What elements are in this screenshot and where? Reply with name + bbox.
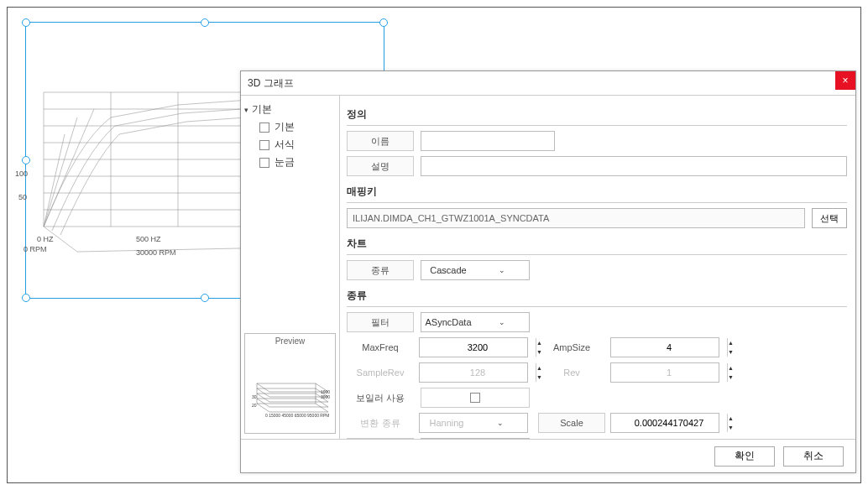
resize-handle-bl[interactable] xyxy=(22,294,30,302)
section-definition: 정의 xyxy=(347,104,847,126)
x-tick-0hz: 0 HZ xyxy=(37,235,54,243)
y-tick-100: 100 xyxy=(15,169,28,178)
label-ampsize: AmpSize xyxy=(538,337,605,357)
spinner-samplerev: ▲▼ xyxy=(419,362,528,383)
combo-chart-type-value: Cascade xyxy=(421,265,475,275)
tree-root-item[interactable]: ▾ 기본 xyxy=(244,101,336,118)
dialog-titlebar: 3D 그래프 × xyxy=(241,71,855,95)
input-samplerev xyxy=(420,368,536,378)
close-button[interactable]: × xyxy=(835,71,855,90)
input-name[interactable] xyxy=(421,131,555,151)
preview-title: Preview xyxy=(245,334,335,348)
spinner-scale[interactable]: ▲▼ xyxy=(610,413,719,433)
label-scale: Scale xyxy=(538,413,605,433)
combo-filter-value: ASyncData xyxy=(421,317,475,327)
input-maxfreq[interactable] xyxy=(420,342,536,352)
spin-down-icon[interactable]: ▼ xyxy=(728,423,734,432)
tree-root-label: 기본 xyxy=(252,102,272,117)
svg-text:0 15000 45000 65000 95000 RPM: 0 15000 45000 65000 95000 RPM xyxy=(265,413,329,418)
dialog-3d-graph: 3D 그래프 × ▾ 기본 기본 서식 xyxy=(240,70,856,473)
ok-button[interactable]: 확인 xyxy=(714,446,775,467)
x-tick-30000rpm: 30000 RPM xyxy=(136,248,176,257)
checkbox-icon[interactable] xyxy=(470,393,480,403)
input-ampsize[interactable] xyxy=(611,342,727,352)
section-chart: 차트 xyxy=(347,233,847,255)
svg-line-16 xyxy=(44,134,65,227)
cancel-button[interactable]: 취소 xyxy=(783,446,844,467)
preview-box: Preview 20 30 xyxy=(244,333,336,434)
x-tick-500hz: 500 HZ xyxy=(136,235,161,243)
section-kind: 종류 xyxy=(347,285,847,307)
section-mapping: 매핑키 xyxy=(347,181,847,203)
svg-line-18 xyxy=(44,109,94,227)
resize-handle-tm[interactable] xyxy=(201,18,209,27)
svg-text:30: 30 xyxy=(252,394,257,399)
spin-up-icon[interactable]: ▲ xyxy=(728,338,734,347)
checkbox-icon[interactable] xyxy=(259,140,269,150)
spinner-rev: ▲▼ xyxy=(610,362,719,383)
input-mapping-key[interactable] xyxy=(347,208,805,228)
combo-chart-type[interactable]: Cascade ⌄ xyxy=(421,260,530,280)
spin-up-icon[interactable]: ▲ xyxy=(728,414,734,423)
label-samplerev: SampleRev xyxy=(347,362,414,383)
label-name: 이름 xyxy=(347,131,414,151)
svg-text:20: 20 xyxy=(252,403,257,408)
label-maxfreq: MaxFreq xyxy=(347,337,414,357)
spinner-maxfreq[interactable]: ▲▼ xyxy=(419,337,528,357)
caret-down-icon: ▾ xyxy=(244,106,248,114)
combo-filter[interactable]: ASyncData ⌄ xyxy=(421,312,530,332)
combo-transform: Hanning ⌄ xyxy=(419,413,528,433)
input-scale[interactable] xyxy=(611,418,727,428)
label-boiler: 보일러 사용 xyxy=(347,388,414,408)
y-tick-50: 50 xyxy=(18,193,27,201)
resize-handle-bm[interactable] xyxy=(201,294,209,302)
tree-item-label: 눈금 xyxy=(275,155,295,169)
label-filter: 필터 xyxy=(347,312,414,332)
label-transform: 변환 종류 xyxy=(347,413,414,433)
resize-handle-tl[interactable] xyxy=(22,18,30,27)
combo-display[interactable]: HZ ⌄ xyxy=(421,438,530,439)
tree-item-basic[interactable]: 기본 xyxy=(244,118,336,136)
chevron-down-icon: ⌄ xyxy=(473,419,527,427)
dialog-title: 3D 그래프 xyxy=(248,76,294,91)
label-display: 표시 xyxy=(347,438,414,439)
checkbox-icon[interactable] xyxy=(259,122,269,133)
x-tick-0rpm: 0 RPM xyxy=(24,245,47,253)
checkbox-boiler[interactable] xyxy=(421,388,530,408)
spin-down-icon: ▼ xyxy=(728,373,734,382)
tree-panel: ▾ 기본 기본 서식 눈금 Preview xyxy=(241,96,340,439)
preview-body: 20 30 1000 3000 0 15000 45000 65000 9500… xyxy=(245,348,335,433)
combo-transform-value: Hanning xyxy=(420,418,473,428)
svg-line-17 xyxy=(44,117,77,227)
tree-item-format[interactable]: 서식 xyxy=(244,136,336,154)
label-chart-type: 종류 xyxy=(347,260,414,280)
spin-down-icon[interactable]: ▼ xyxy=(728,347,734,357)
label-rev: Rev xyxy=(538,362,605,383)
input-rev xyxy=(611,368,727,378)
chevron-down-icon: ⌄ xyxy=(475,318,529,326)
label-desc: 설명 xyxy=(347,156,414,176)
resize-handle-tr[interactable] xyxy=(379,18,388,27)
spin-up-icon: ▲ xyxy=(728,363,734,373)
input-desc[interactable] xyxy=(421,156,847,176)
spinner-ampsize[interactable]: ▲▼ xyxy=(610,337,719,357)
form-panel[interactable]: 정의 이름 설명 매핑키 선택 차트 종류 Cascade ⌄ xyxy=(340,96,855,439)
tree-item-grid[interactable]: 눈금 xyxy=(244,154,336,171)
chevron-down-icon: ⌄ xyxy=(475,266,529,274)
svg-text:3000: 3000 xyxy=(321,394,330,399)
tree-item-label: 서식 xyxy=(275,138,295,152)
tree-item-label: 기본 xyxy=(275,120,295,134)
close-icon: × xyxy=(842,75,848,86)
dialog-footer: 확인 취소 xyxy=(241,439,855,472)
button-select-mapping[interactable]: 선택 xyxy=(812,208,847,228)
checkbox-icon[interactable] xyxy=(259,158,269,168)
